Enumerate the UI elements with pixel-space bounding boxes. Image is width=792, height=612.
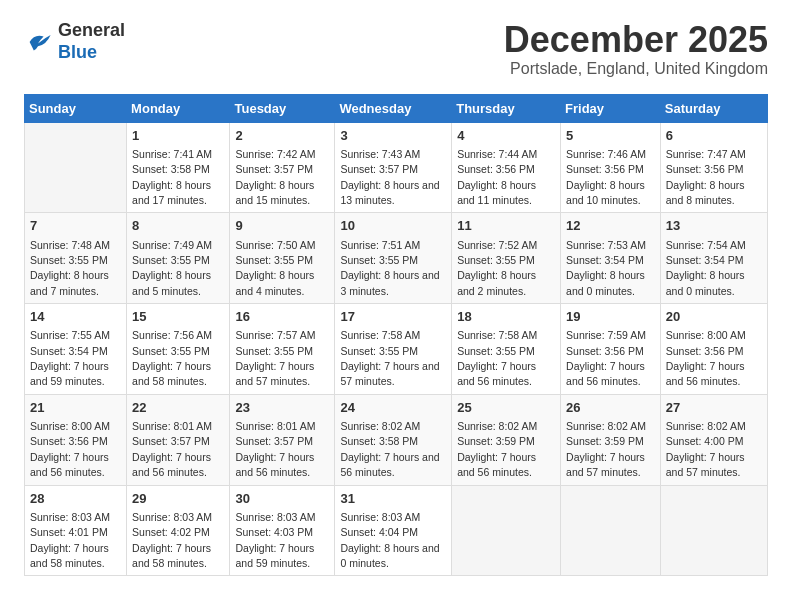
day-info: Sunrise: 8:03 AMSunset: 4:04 PMDaylight:… [340, 511, 439, 569]
day-cell: 4Sunrise: 7:44 AMSunset: 3:56 PMDaylight… [452, 122, 561, 213]
day-number: 27 [666, 399, 762, 417]
day-number: 2 [235, 127, 329, 145]
day-info: Sunrise: 7:41 AMSunset: 3:58 PMDaylight:… [132, 148, 212, 206]
day-number: 14 [30, 308, 121, 326]
day-cell: 6Sunrise: 7:47 AMSunset: 3:56 PMDaylight… [660, 122, 767, 213]
day-cell: 18Sunrise: 7:58 AMSunset: 3:55 PMDayligh… [452, 304, 561, 395]
day-cell: 1Sunrise: 7:41 AMSunset: 3:58 PMDaylight… [127, 122, 230, 213]
day-number: 9 [235, 217, 329, 235]
day-info: Sunrise: 7:51 AMSunset: 3:55 PMDaylight:… [340, 239, 439, 297]
day-number: 31 [340, 490, 446, 508]
day-cell: 22Sunrise: 8:01 AMSunset: 3:57 PMDayligh… [127, 394, 230, 485]
day-number: 12 [566, 217, 655, 235]
header-cell-saturday: Saturday [660, 94, 767, 122]
day-cell: 30Sunrise: 8:03 AMSunset: 4:03 PMDayligh… [230, 485, 335, 576]
day-cell: 11Sunrise: 7:52 AMSunset: 3:55 PMDayligh… [452, 213, 561, 304]
day-cell: 8Sunrise: 7:49 AMSunset: 3:55 PMDaylight… [127, 213, 230, 304]
day-number: 29 [132, 490, 224, 508]
day-number: 3 [340, 127, 446, 145]
day-cell: 17Sunrise: 7:58 AMSunset: 3:55 PMDayligh… [335, 304, 452, 395]
day-number: 7 [30, 217, 121, 235]
day-info: Sunrise: 8:01 AMSunset: 3:57 PMDaylight:… [132, 420, 212, 478]
day-info: Sunrise: 8:02 AMSunset: 3:59 PMDaylight:… [457, 420, 537, 478]
week-row-3: 14Sunrise: 7:55 AMSunset: 3:54 PMDayligh… [25, 304, 768, 395]
day-number: 4 [457, 127, 555, 145]
day-info: Sunrise: 8:02 AMSunset: 3:58 PMDaylight:… [340, 420, 439, 478]
header-cell-friday: Friday [561, 94, 661, 122]
day-number: 17 [340, 308, 446, 326]
day-number: 23 [235, 399, 329, 417]
day-number: 18 [457, 308, 555, 326]
day-cell: 7Sunrise: 7:48 AMSunset: 3:55 PMDaylight… [25, 213, 127, 304]
day-info: Sunrise: 7:43 AMSunset: 3:57 PMDaylight:… [340, 148, 439, 206]
day-number: 15 [132, 308, 224, 326]
day-cell: 12Sunrise: 7:53 AMSunset: 3:54 PMDayligh… [561, 213, 661, 304]
day-cell: 28Sunrise: 8:03 AMSunset: 4:01 PMDayligh… [25, 485, 127, 576]
day-cell [660, 485, 767, 576]
day-cell: 3Sunrise: 7:43 AMSunset: 3:57 PMDaylight… [335, 122, 452, 213]
logo-general-text: General [58, 20, 125, 40]
day-info: Sunrise: 7:58 AMSunset: 3:55 PMDaylight:… [340, 329, 439, 387]
header-cell-tuesday: Tuesday [230, 94, 335, 122]
day-number: 28 [30, 490, 121, 508]
day-cell: 14Sunrise: 7:55 AMSunset: 3:54 PMDayligh… [25, 304, 127, 395]
day-info: Sunrise: 8:03 AMSunset: 4:03 PMDaylight:… [235, 511, 315, 569]
day-info: Sunrise: 7:59 AMSunset: 3:56 PMDaylight:… [566, 329, 646, 387]
title-section: December 2025 Portslade, England, United… [504, 20, 768, 78]
logo-blue-text: Blue [58, 42, 97, 62]
day-info: Sunrise: 7:49 AMSunset: 3:55 PMDaylight:… [132, 239, 212, 297]
day-cell: 19Sunrise: 7:59 AMSunset: 3:56 PMDayligh… [561, 304, 661, 395]
day-info: Sunrise: 8:00 AMSunset: 3:56 PMDaylight:… [30, 420, 110, 478]
logo: General Blue [24, 20, 125, 63]
day-info: Sunrise: 8:00 AMSunset: 3:56 PMDaylight:… [666, 329, 746, 387]
day-cell: 9Sunrise: 7:50 AMSunset: 3:55 PMDaylight… [230, 213, 335, 304]
header-cell-wednesday: Wednesday [335, 94, 452, 122]
day-number: 24 [340, 399, 446, 417]
day-info: Sunrise: 8:02 AMSunset: 4:00 PMDaylight:… [666, 420, 746, 478]
week-row-5: 28Sunrise: 8:03 AMSunset: 4:01 PMDayligh… [25, 485, 768, 576]
day-cell: 13Sunrise: 7:54 AMSunset: 3:54 PMDayligh… [660, 213, 767, 304]
day-number: 20 [666, 308, 762, 326]
day-info: Sunrise: 7:48 AMSunset: 3:55 PMDaylight:… [30, 239, 110, 297]
day-cell: 29Sunrise: 8:03 AMSunset: 4:02 PMDayligh… [127, 485, 230, 576]
day-info: Sunrise: 7:58 AMSunset: 3:55 PMDaylight:… [457, 329, 537, 387]
day-number: 25 [457, 399, 555, 417]
day-cell: 21Sunrise: 8:00 AMSunset: 3:56 PMDayligh… [25, 394, 127, 485]
day-info: Sunrise: 7:55 AMSunset: 3:54 PMDaylight:… [30, 329, 110, 387]
day-cell: 24Sunrise: 8:02 AMSunset: 3:58 PMDayligh… [335, 394, 452, 485]
day-cell: 16Sunrise: 7:57 AMSunset: 3:55 PMDayligh… [230, 304, 335, 395]
day-info: Sunrise: 7:46 AMSunset: 3:56 PMDaylight:… [566, 148, 646, 206]
day-info: Sunrise: 7:47 AMSunset: 3:56 PMDaylight:… [666, 148, 746, 206]
day-number: 16 [235, 308, 329, 326]
day-number: 19 [566, 308, 655, 326]
week-row-1: 1Sunrise: 7:41 AMSunset: 3:58 PMDaylight… [25, 122, 768, 213]
day-cell: 5Sunrise: 7:46 AMSunset: 3:56 PMDaylight… [561, 122, 661, 213]
day-number: 26 [566, 399, 655, 417]
day-cell: 26Sunrise: 8:02 AMSunset: 3:59 PMDayligh… [561, 394, 661, 485]
day-number: 8 [132, 217, 224, 235]
day-info: Sunrise: 8:03 AMSunset: 4:01 PMDaylight:… [30, 511, 110, 569]
day-info: Sunrise: 7:42 AMSunset: 3:57 PMDaylight:… [235, 148, 315, 206]
header-cell-monday: Monday [127, 94, 230, 122]
day-number: 6 [666, 127, 762, 145]
day-cell: 10Sunrise: 7:51 AMSunset: 3:55 PMDayligh… [335, 213, 452, 304]
day-info: Sunrise: 7:52 AMSunset: 3:55 PMDaylight:… [457, 239, 537, 297]
logo-bird-icon [24, 28, 52, 56]
month-title: December 2025 [504, 20, 768, 60]
day-info: Sunrise: 8:01 AMSunset: 3:57 PMDaylight:… [235, 420, 315, 478]
day-info: Sunrise: 7:56 AMSunset: 3:55 PMDaylight:… [132, 329, 212, 387]
day-info: Sunrise: 7:57 AMSunset: 3:55 PMDaylight:… [235, 329, 315, 387]
day-cell: 23Sunrise: 8:01 AMSunset: 3:57 PMDayligh… [230, 394, 335, 485]
day-cell: 2Sunrise: 7:42 AMSunset: 3:57 PMDaylight… [230, 122, 335, 213]
day-info: Sunrise: 7:50 AMSunset: 3:55 PMDaylight:… [235, 239, 315, 297]
day-cell: 27Sunrise: 8:02 AMSunset: 4:00 PMDayligh… [660, 394, 767, 485]
day-info: Sunrise: 8:03 AMSunset: 4:02 PMDaylight:… [132, 511, 212, 569]
day-number: 13 [666, 217, 762, 235]
day-info: Sunrise: 7:44 AMSunset: 3:56 PMDaylight:… [457, 148, 537, 206]
day-cell: 31Sunrise: 8:03 AMSunset: 4:04 PMDayligh… [335, 485, 452, 576]
week-row-4: 21Sunrise: 8:00 AMSunset: 3:56 PMDayligh… [25, 394, 768, 485]
calendar-table: SundayMondayTuesdayWednesdayThursdayFrid… [24, 94, 768, 577]
day-cell [25, 122, 127, 213]
day-number: 22 [132, 399, 224, 417]
day-info: Sunrise: 8:02 AMSunset: 3:59 PMDaylight:… [566, 420, 646, 478]
